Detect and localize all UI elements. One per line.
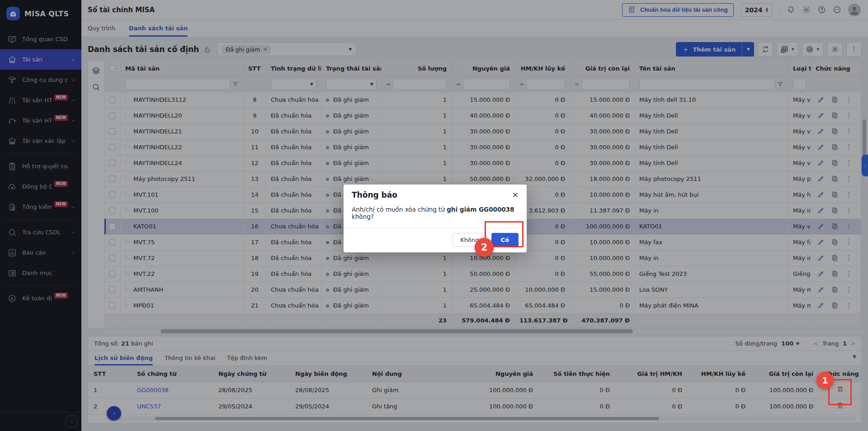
message-prefix: Anh/chị có muốn xóa chứng từ	[352, 206, 445, 213]
confirm-dialog: Thông báo ✕ Anh/chị có muốn xóa chứng từ…	[344, 185, 527, 252]
dialog-footer: Không Có	[344, 227, 527, 252]
dialog-header: Thông báo ✕	[344, 185, 527, 202]
dialog-title: Thông báo	[352, 190, 397, 199]
dialog-message: Anh/chị có muốn xóa chứng từ ghi giảm GG…	[344, 202, 527, 227]
message-document: ghi giảm GG000038	[447, 206, 514, 213]
message-suffix: không?	[352, 213, 374, 220]
annotation-badge-2: 2	[475, 238, 494, 257]
annotation-badge-1: 1	[816, 372, 834, 389]
close-icon[interactable]: ✕	[512, 191, 519, 199]
yes-button[interactable]: Có	[491, 233, 519, 246]
misa-qlts-app: MISA QLTS Tổng quan CSDLTài sảnCông cụ d…	[0, 0, 868, 431]
